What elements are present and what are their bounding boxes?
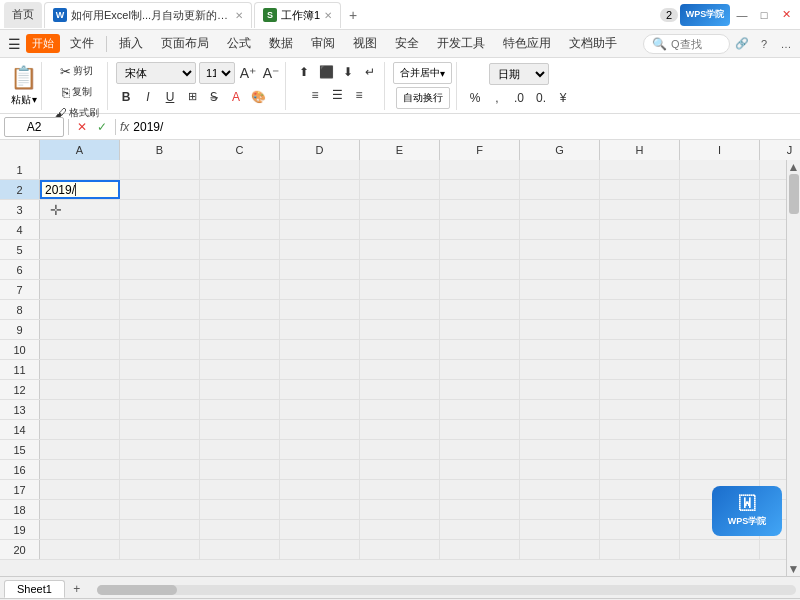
- menu-hamburger[interactable]: ☰: [4, 34, 24, 54]
- cell-H15[interactable]: [600, 440, 680, 459]
- cell-F7[interactable]: [440, 280, 520, 299]
- col-header-c[interactable]: C: [200, 140, 280, 160]
- cell-C2[interactable]: [200, 180, 280, 199]
- cell-I8[interactable]: [680, 300, 760, 319]
- cell-G15[interactable]: [520, 440, 600, 459]
- cell-D17[interactable]: [280, 480, 360, 499]
- row-header-14[interactable]: 14: [0, 420, 40, 439]
- cell-I14[interactable]: [680, 420, 760, 439]
- row-header-3[interactable]: 3: [0, 200, 40, 219]
- cell-J14[interactable]: [760, 420, 786, 439]
- cell-H2[interactable]: [600, 180, 680, 199]
- cell-E4[interactable]: [360, 220, 440, 239]
- cell-reference-input[interactable]: [4, 117, 64, 137]
- cell-J20[interactable]: [760, 540, 786, 559]
- cell-F17[interactable]: [440, 480, 520, 499]
- col-header-d[interactable]: D: [280, 140, 360, 160]
- cell-A11[interactable]: [40, 360, 120, 379]
- cell-A13[interactable]: [40, 400, 120, 419]
- cell-F19[interactable]: [440, 520, 520, 539]
- cell-E20[interactable]: [360, 540, 440, 559]
- cell-C20[interactable]: [200, 540, 280, 559]
- cell-F1[interactable]: [440, 160, 520, 179]
- help-icon[interactable]: ?: [754, 34, 774, 54]
- align-middle-button[interactable]: ⬛: [316, 62, 336, 82]
- copy-button[interactable]: ⎘ 复制: [58, 83, 96, 102]
- cell-C18[interactable]: [200, 500, 280, 519]
- cell-F18[interactable]: [440, 500, 520, 519]
- cell-I4[interactable]: [680, 220, 760, 239]
- currency-button[interactable]: ¥: [553, 88, 573, 108]
- cell-J10[interactable]: [760, 340, 786, 359]
- menu-file[interactable]: 文件: [62, 32, 102, 55]
- cell-D20[interactable]: [280, 540, 360, 559]
- cell-E8[interactable]: [360, 300, 440, 319]
- search-box[interactable]: 🔍: [643, 34, 730, 54]
- cell-J2[interactable]: [760, 180, 786, 199]
- cell-D4[interactable]: [280, 220, 360, 239]
- cell-I7[interactable]: [680, 280, 760, 299]
- cell-B17[interactable]: [120, 480, 200, 499]
- menu-view[interactable]: 视图: [345, 32, 385, 55]
- cell-E10[interactable]: [360, 340, 440, 359]
- cell-H9[interactable]: [600, 320, 680, 339]
- cell-D12[interactable]: [280, 380, 360, 399]
- cell-E6[interactable]: [360, 260, 440, 279]
- menu-special[interactable]: 特色应用: [495, 32, 559, 55]
- cell-H14[interactable]: [600, 420, 680, 439]
- font-shrink-button[interactable]: A⁻: [261, 63, 281, 83]
- h-scroll-track[interactable]: [97, 585, 796, 595]
- formula-input[interactable]: [133, 120, 796, 134]
- menu-formula[interactable]: 公式: [219, 32, 259, 55]
- font-size-select[interactable]: 11: [199, 62, 235, 84]
- cell-G8[interactable]: [520, 300, 600, 319]
- cell-H5[interactable]: [600, 240, 680, 259]
- cell-H12[interactable]: [600, 380, 680, 399]
- cell-I20[interactable]: [680, 540, 760, 559]
- scroll-track[interactable]: [789, 174, 799, 562]
- scroll-up-button[interactable]: ▲: [788, 160, 800, 174]
- row-header-18[interactable]: 18: [0, 500, 40, 519]
- cell-H17[interactable]: [600, 480, 680, 499]
- cell-J4[interactable]: [760, 220, 786, 239]
- cell-H4[interactable]: [600, 220, 680, 239]
- cell-E19[interactable]: [360, 520, 440, 539]
- cell-I15[interactable]: [680, 440, 760, 459]
- cell-I13[interactable]: [680, 400, 760, 419]
- align-top-button[interactable]: ⬆: [294, 62, 314, 82]
- cell-A17[interactable]: [40, 480, 120, 499]
- cell-G10[interactable]: [520, 340, 600, 359]
- wrap-button[interactable]: ↵: [360, 62, 380, 82]
- cell-E14[interactable]: [360, 420, 440, 439]
- italic-button[interactable]: I: [138, 87, 158, 107]
- cell-G14[interactable]: [520, 420, 600, 439]
- menu-insert[interactable]: 插入: [111, 32, 151, 55]
- cell-J3[interactable]: [760, 200, 786, 219]
- cell-B1[interactable]: [120, 160, 200, 179]
- row-header-13[interactable]: 13: [0, 400, 40, 419]
- cell-F20[interactable]: [440, 540, 520, 559]
- cell-I3[interactable]: [680, 200, 760, 219]
- merge-center-button[interactable]: 合并居中▾: [393, 62, 452, 84]
- cell-C16[interactable]: [200, 460, 280, 479]
- col-header-h[interactable]: H: [600, 140, 680, 160]
- cell-C11[interactable]: [200, 360, 280, 379]
- cell-G18[interactable]: [520, 500, 600, 519]
- cell-D13[interactable]: [280, 400, 360, 419]
- cell-F3[interactable]: [440, 200, 520, 219]
- cell-E15[interactable]: [360, 440, 440, 459]
- row-header-19[interactable]: 19: [0, 520, 40, 539]
- cell-C7[interactable]: [200, 280, 280, 299]
- cell-E16[interactable]: [360, 460, 440, 479]
- cell-E1[interactable]: [360, 160, 440, 179]
- cell-B18[interactable]: [120, 500, 200, 519]
- cell-B2[interactable]: [120, 180, 200, 199]
- row-header-9[interactable]: 9: [0, 320, 40, 339]
- comma-button[interactable]: ,: [487, 88, 507, 108]
- cell-B7[interactable]: [120, 280, 200, 299]
- row-header-4[interactable]: 4: [0, 220, 40, 239]
- confirm-formula-button[interactable]: ✓: [93, 118, 111, 136]
- scroll-down-button[interactable]: ▼: [788, 562, 800, 576]
- cell-E17[interactable]: [360, 480, 440, 499]
- tab2-close[interactable]: ✕: [324, 10, 332, 21]
